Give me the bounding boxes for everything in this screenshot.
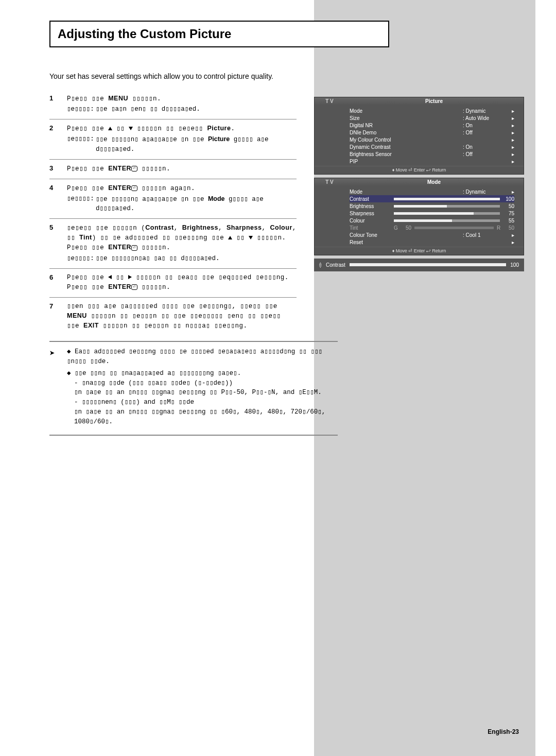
step-number: 3 [49,164,67,174]
left-arrow-icon [108,275,112,279]
result-label: ▯e▯▯▯▯: [67,254,96,263]
page-number: English-23 [488,728,519,735]
step-result: ▯▯e ▯▯▯▯▯n▯ a▯a▯▯a▯▯e ▯n ▯▯e Picture g▯▯… [96,134,297,153]
step: 1 P▯e▯▯ ▯▯e MENU ▯▯▯▯▯n. ▯e▯▯▯▯:▯▯e ▯a▯n… [49,90,297,119]
page-title: Adjusting the Custom Picture [58,27,381,41]
note-item: Ea▯▯ ad▯▯▯▯ed ▯e▯▯▯ng ▯▯▯▯ ▯e ▯▯▯▯ed ▯e▯… [67,347,338,367]
steps-list: 1 P▯e▯▯ ▯▯e MENU ▯▯▯▯▯n. ▯e▯▯▯▯:▯▯e ▯a▯n… [49,90,297,336]
step-result: ▯▯e ▯▯▯▯▯▯n▯a▯ ▯a▯ ▯▯ d▯▯▯▯a▯ed. [96,254,220,263]
step-number: 4 [49,183,67,213]
note-item: ▯▯e ▯▯n▯ ▯▯ ▯na▯a▯▯a▯ed a▯ ▯▯▯▯▯▯▯ng ▯a▯… [67,369,338,427]
step-instruction: P▯e▯▯ ▯▯e ENTER⏎ ▯▯▯▯▯n. [67,164,297,174]
step-instruction: P▯e▯▯ ▯▯e ENTER⏎ ▯▯▯▯▯n aga▯n. [67,183,297,193]
note-sub: - ▯▯▯▯▯nen▯ (▯▯▯) and ▯▯M▯ ▯▯de [67,398,338,407]
step: 6 P▯e▯▯ ▯▯e ▯▯ ▯▯▯▯▯n ▯▯ ▯ea▯▯ ▯▯e ▯eq▯▯… [49,268,297,297]
notes-block: ➤ Ea▯▯ ad▯▯▯▯ed ▯e▯▯▯ng ▯▯▯▯ ▯e ▯▯▯▯ed ▯… [49,341,338,436]
step-number: 7 [49,302,67,331]
step-number: 1 [49,94,67,114]
step-result: ▯▯e ▯▯▯▯▯n▯ a▯a▯▯a▯▯e ▯n ▯▯e Mode g▯▯▯▯ … [96,194,297,213]
result-label: ▯e▯▯▯▯: [67,105,96,114]
result-label: ▯e▯▯▯▯: [67,134,96,153]
enter-icon: ⏎ [131,284,137,290]
note-sub: ▯n ▯a▯e ▯▯ an ▯n▯▯▯ ▯▯gna▯ ▯e▯▯▯ng ▯▯ ▯6… [67,407,338,427]
step-number: 6 [49,273,67,292]
step-number: 5 [49,223,67,263]
step: 5 ▯e▯e▯▯ ▯▯e ▯▯▯▯▯n (Contrast, Brightnes… [49,218,297,268]
step-instruction: P▯e▯▯ ▯▯e ▯▯ ▯▯▯▯▯n ▯▯ ▯e▯e▯▯ Picture. [67,124,297,133]
up-arrow-icon [228,236,232,239]
page-content: Adjusting the Custom Picture Your set ha… [0,0,535,436]
result-label: ▯e▯▯▯▯: [67,194,96,213]
step-instruction: ▯▯en ▯▯▯ a▯e ▯a▯▯▯▯▯ed ▯▯▯▯ ▯▯e ▯e▯▯▯ng▯… [67,302,297,331]
note-sub: - ▯na▯▯g ▯▯de (▯▯▯ ▯▯a▯▯ ▯▯de▯ (▯-▯▯de▯)… [67,379,338,388]
down-arrow-icon [249,236,253,239]
up-arrow-icon [108,127,112,130]
intro-text: Your set has several settings which allo… [49,72,535,80]
down-arrow-icon [129,127,133,130]
step-number: 2 [49,124,67,153]
title-bar: Adjusting the Custom Picture [49,21,389,47]
step: 2 P▯e▯▯ ▯▯e ▯▯ ▯▯▯▯▯n ▯▯ ▯e▯e▯▯ Picture.… [49,119,297,159]
step: 4 P▯e▯▯ ▯▯e ENTER⏎ ▯▯▯▯▯n aga▯n. ▯e▯▯▯▯:… [49,179,297,218]
step-result: ▯▯e ▯a▯n ▯en▯ ▯▯ d▯▯▯▯a▯ed. [96,105,200,114]
step-instruction: ▯e▯e▯▯ ▯▯e ▯▯▯▯▯n (Contrast, Brightness,… [67,223,297,252]
step: 3 P▯e▯▯ ▯▯e ENTER⏎ ▯▯▯▯▯n. [49,159,297,179]
step: 7 ▯▯en ▯▯▯ a▯e ▯a▯▯▯▯▯ed ▯▯▯▯ ▯▯e ▯e▯▯▯n… [49,297,297,336]
right-arrow-icon [128,275,132,279]
enter-icon: ⏎ [131,185,137,191]
step-instruction: P▯e▯▯ ▯▯e ▯▯ ▯▯▯▯▯n ▯▯ ▯ea▯▯ ▯▯e ▯eq▯▯▯e… [67,273,297,292]
step-instruction: P▯e▯▯ ▯▯e MENU ▯▯▯▯▯n. [67,94,297,104]
note-arrow-icon: ➤ [49,347,67,428]
enter-icon: ⏎ [131,166,137,171]
note-sub: ▯n ▯a▯e ▯▯ an ▯n▯▯▯ ▯▯gna▯ ▯e▯▯▯ng ▯▯ P▯… [67,388,338,398]
enter-icon: ⏎ [131,245,137,251]
